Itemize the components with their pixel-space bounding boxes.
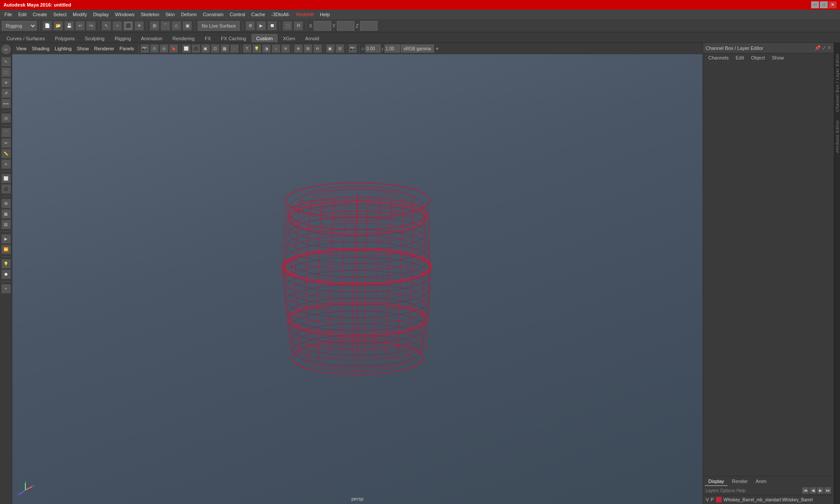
tab-xgen[interactable]: XGen bbox=[278, 34, 300, 42]
wireframe-top-btn[interactable]: ▦ bbox=[220, 44, 229, 53]
redo-button[interactable]: ↪ bbox=[86, 21, 96, 31]
tab-polygons[interactable]: Polygons bbox=[50, 34, 79, 42]
edit-tab[interactable]: Edit bbox=[732, 54, 747, 61]
select-cam-btn[interactable]: ⊙ bbox=[150, 44, 159, 53]
anim-tab[interactable]: Anim bbox=[752, 477, 770, 486]
options-menu[interactable]: Options bbox=[720, 488, 735, 493]
layer-visibility[interactable]: V bbox=[706, 497, 709, 502]
x-field[interactable] bbox=[314, 21, 331, 31]
srgb-dropdown[interactable]: ▼ bbox=[435, 46, 439, 51]
bounding-box-btn[interactable]: ⊡ bbox=[211, 44, 220, 53]
layer-row[interactable]: V P Whiskey_Barrel_mb_standart:Whiskey_B… bbox=[703, 495, 834, 504]
layer-next-btn[interactable]: ▶ bbox=[817, 487, 824, 494]
grid-btn[interactable]: ⊞ bbox=[304, 44, 312, 53]
render-button[interactable]: ▶ bbox=[256, 21, 266, 31]
extra-vtool[interactable]: + bbox=[1, 284, 11, 294]
object-tab[interactable]: Object bbox=[747, 54, 768, 61]
smooth-shaded-btn[interactable]: ⬛ bbox=[192, 44, 200, 53]
flat-shaded-btn[interactable]: ▣ bbox=[201, 44, 210, 53]
menu-display[interactable]: Display bbox=[91, 11, 112, 18]
menu-edit[interactable]: Edit bbox=[16, 11, 29, 18]
paint-select-vtool[interactable]: ⬚ bbox=[1, 67, 11, 77]
paint-select-button[interactable]: ⬛ bbox=[123, 21, 133, 31]
wireframe-btn[interactable]: ⬜ bbox=[182, 44, 191, 53]
show-manipulator-vtool[interactable]: ◎ bbox=[1, 113, 11, 123]
panels-menu[interactable]: Panels bbox=[117, 45, 136, 52]
anim2-vtool[interactable]: ⏩ bbox=[1, 245, 11, 254]
ipr-button[interactable]: 🔲 bbox=[267, 21, 277, 31]
layer-next-next-btn[interactable]: ⏭ bbox=[824, 487, 831, 494]
cb-expand-button[interactable]: ⤢ bbox=[822, 45, 826, 51]
shadows-btn[interactable]: ◑ bbox=[262, 44, 271, 53]
hide-button[interactable]: H bbox=[294, 21, 303, 31]
look-thru-btn[interactable]: ◎ bbox=[160, 44, 168, 53]
layer-prev-btn[interactable]: ◀ bbox=[809, 487, 816, 494]
maximize-button[interactable]: □ bbox=[820, 1, 828, 8]
renderer-menu[interactable]: Renderer bbox=[92, 45, 116, 52]
show-menu[interactable]: Show bbox=[75, 45, 91, 52]
motion-blur-btn[interactable]: ≋ bbox=[281, 44, 290, 53]
snap-to-surface-button[interactable]: ▣ bbox=[182, 21, 192, 31]
texture-btn[interactable]: T bbox=[243, 44, 252, 53]
deform-vtool[interactable]: ⬜ bbox=[1, 174, 11, 183]
window-controls[interactable]: ─ □ ✕ bbox=[811, 1, 836, 8]
render-vtool[interactable]: 💡 bbox=[1, 259, 11, 269]
cb-pin-button[interactable]: 📌 bbox=[815, 45, 821, 51]
menu-modify[interactable]: Modify bbox=[70, 11, 89, 18]
menu-control[interactable]: Control bbox=[227, 11, 248, 18]
shading-menu[interactable]: Shading bbox=[30, 45, 52, 52]
layer-color-swatch[interactable] bbox=[716, 497, 722, 503]
ao-btn[interactable]: ○ bbox=[272, 44, 280, 53]
move-tool-button[interactable]: ✛ bbox=[134, 21, 144, 31]
help-menu-layers[interactable]: Help bbox=[736, 488, 746, 493]
menu-constrain[interactable]: Constrain bbox=[200, 11, 226, 18]
view-menu[interactable]: View bbox=[14, 45, 29, 52]
tab-curves-surfaces[interactable]: Curves / Surfaces bbox=[2, 34, 49, 42]
menu-windows[interactable]: Windows bbox=[112, 11, 137, 18]
layer-prev-prev-btn[interactable]: ⏮ bbox=[802, 487, 809, 494]
curve-tool-vtool[interactable]: ⌒ bbox=[1, 128, 11, 137]
z-field[interactable] bbox=[360, 21, 378, 31]
tab-sculpting[interactable]: Sculpting bbox=[80, 34, 109, 42]
gate-btn[interactable]: ▣ bbox=[326, 44, 335, 53]
points-btn[interactable]: · bbox=[230, 44, 239, 53]
menu-help[interactable]: Help bbox=[317, 11, 332, 18]
no-live-surface-button[interactable]: No Live Surface bbox=[198, 21, 240, 31]
exposure-field[interactable] bbox=[365, 45, 381, 52]
resolution-btn[interactable]: ⊟ bbox=[336, 44, 344, 53]
open-scene-button[interactable]: 📂 bbox=[53, 21, 63, 31]
attribute-editor-strip-label[interactable]: Attribute Editor bbox=[835, 118, 840, 155]
new-scene-button[interactable]: 📄 bbox=[42, 21, 52, 31]
tab-custom[interactable]: Custom bbox=[252, 34, 278, 42]
render-tab[interactable]: Render bbox=[728, 477, 751, 486]
channel-box-strip-label[interactable]: Channel Box / Layer Editor bbox=[835, 52, 840, 114]
menu-3dtoall[interactable]: -3DtoAll- bbox=[269, 11, 293, 18]
y-field[interactable] bbox=[337, 21, 354, 31]
layout3-vtool[interactable]: ▤ bbox=[1, 220, 11, 229]
tab-rigging[interactable]: Rigging bbox=[110, 34, 136, 42]
menu-file[interactable]: File bbox=[2, 11, 15, 18]
layers-menu[interactable]: Layers bbox=[706, 488, 719, 493]
tab-animation[interactable]: Animation bbox=[136, 34, 167, 42]
scale-vtool[interactable]: ⟺ bbox=[1, 99, 11, 108]
snap-to-curve-button[interactable]: ⌒ bbox=[161, 21, 170, 31]
menu-deform[interactable]: Deform bbox=[178, 11, 200, 18]
select-tool-button[interactable]: ↖ bbox=[102, 21, 111, 31]
menu-skeleton[interactable]: Skeleton bbox=[138, 11, 162, 18]
transform-vtool[interactable]: ✛ bbox=[1, 78, 11, 88]
menu-cache[interactable]: Cache bbox=[248, 11, 268, 18]
lighting-btn[interactable]: 💡 bbox=[252, 44, 261, 53]
snap-to-point-button[interactable]: ◇ bbox=[172, 21, 181, 31]
display-tab[interactable]: Display bbox=[705, 477, 728, 486]
menu-skin[interactable]: Skin bbox=[163, 11, 177, 18]
menu-select[interactable]: Select bbox=[51, 11, 70, 18]
gamma-field[interactable] bbox=[385, 45, 400, 52]
render-settings-button[interactable]: ⚙ bbox=[245, 21, 255, 31]
viewport-canvas[interactable]: persp X Y Z bbox=[12, 54, 703, 504]
tab-fx[interactable]: FX bbox=[200, 34, 216, 42]
undo-button[interactable]: ↩ bbox=[75, 21, 85, 31]
lasso-tool-button[interactable]: ○ bbox=[112, 21, 122, 31]
menu-redshift[interactable]: Redshift bbox=[294, 11, 316, 18]
save-scene-button[interactable]: 💾 bbox=[64, 21, 74, 31]
close-button[interactable]: ✕ bbox=[829, 1, 836, 8]
